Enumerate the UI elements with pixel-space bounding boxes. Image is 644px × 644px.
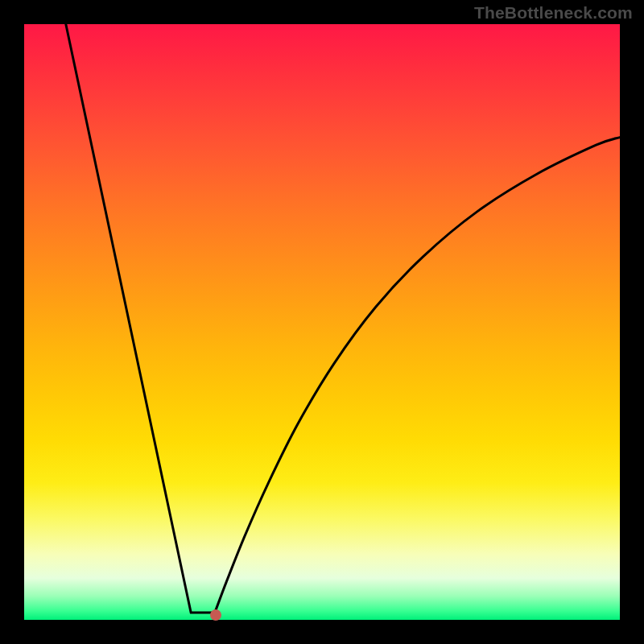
plot-area	[24, 24, 620, 620]
optimal-marker	[210, 609, 221, 621]
bottleneck-curve	[66, 24, 620, 613]
watermark-text: TheBottleneck.com	[474, 3, 633, 23]
chart-frame: TheBottleneck.com	[0, 0, 644, 644]
curve-svg	[24, 24, 620, 620]
